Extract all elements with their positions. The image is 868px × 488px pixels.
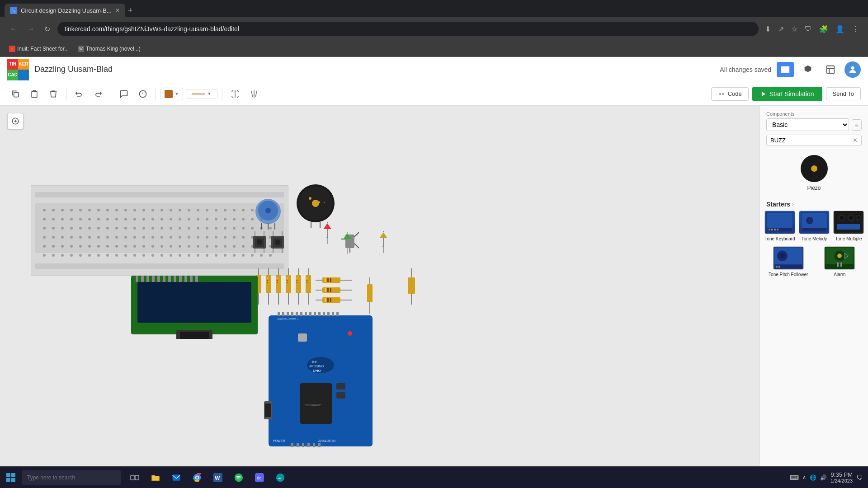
taskbar-search-input[interactable] bbox=[22, 470, 121, 485]
svg-point-102 bbox=[133, 236, 136, 239]
active-tab[interactable]: 🔧 Circuit design Dazzling Uusam-B... ✕ bbox=[5, 4, 125, 17]
refresh-button[interactable]: ↻ bbox=[42, 23, 53, 35]
resistors-group[interactable] bbox=[255, 268, 312, 305]
color-picker-button[interactable]: ▼ bbox=[160, 88, 183, 100]
arduino-uno[interactable]: ⊕⊕ ARDUINO UNO bbox=[264, 311, 377, 457]
breadboard[interactable] bbox=[31, 185, 288, 276]
user-avatar[interactable] bbox=[844, 61, 861, 78]
list-view-button[interactable]: ≡ bbox=[852, 119, 862, 131]
task-view-icon bbox=[130, 473, 139, 482]
app-header: TIN KER CAD Dazzling Uusam-Blad All chan… bbox=[0, 57, 868, 82]
redo-button[interactable] bbox=[90, 87, 106, 101]
bookmark-thomas[interactable]: W Thomas King (novel...) bbox=[74, 44, 144, 53]
start-button[interactable] bbox=[0, 467, 22, 488]
starter-tone-multiple[interactable]: Tone Multiple bbox=[833, 211, 864, 242]
starters-collapse-button[interactable]: › bbox=[792, 201, 794, 207]
canvas[interactable]: + - bbox=[0, 106, 760, 483]
taskbar-icon-spotify[interactable] bbox=[229, 467, 249, 488]
svg-point-144 bbox=[43, 254, 46, 257]
taskbar-icon-mail[interactable] bbox=[166, 467, 186, 488]
send-to-button[interactable]: Send To bbox=[826, 87, 861, 100]
taskbar-icon-word[interactable]: W bbox=[208, 467, 228, 488]
view-table-button[interactable] bbox=[822, 62, 839, 77]
svg-text:-: - bbox=[324, 200, 325, 204]
svg-point-140 bbox=[242, 245, 245, 248]
taskbar-icon-chrome[interactable] bbox=[187, 467, 207, 488]
code-button[interactable]: Code bbox=[711, 87, 749, 101]
starters-grid-bottom: Tone Pitch Follower bbox=[760, 246, 868, 282]
panel-scroll[interactable]: Starters › bbox=[760, 196, 868, 483]
resistors-group-2[interactable] bbox=[316, 277, 352, 304]
starter-tone-pitch-follower[interactable]: Tone Pitch Follower bbox=[764, 246, 812, 277]
svg-rect-242 bbox=[287, 280, 288, 281]
starter-label-tone-melody: Tone Melody bbox=[802, 236, 827, 242]
component-single[interactable] bbox=[407, 268, 416, 306]
view-3d-button[interactable] bbox=[799, 62, 816, 77]
new-tab-button[interactable]: + bbox=[128, 6, 133, 15]
system-clock[interactable]: 9:35 PM 1/24/2023 bbox=[830, 471, 853, 483]
mirror-button[interactable] bbox=[246, 87, 262, 101]
tab-close-button[interactable]: ✕ bbox=[115, 7, 120, 14]
svg-point-160 bbox=[188, 254, 190, 257]
copy-button[interactable] bbox=[7, 87, 24, 101]
led-green-svg bbox=[343, 231, 352, 254]
resistor-svg-3 bbox=[275, 268, 282, 305]
starter-alarm[interactable]: Alarm bbox=[816, 246, 864, 277]
address-bar[interactable] bbox=[57, 22, 759, 36]
pushbutton-1[interactable] bbox=[251, 230, 268, 255]
components-category-select[interactable]: Basic bbox=[766, 118, 849, 131]
project-name[interactable]: Dazzling Uusam-Blad bbox=[34, 65, 113, 74]
download-icon[interactable]: ⬇ bbox=[763, 23, 773, 35]
taskbar-icon-discord[interactable]: dc bbox=[250, 467, 269, 488]
shield-icon[interactable]: 🛡 bbox=[803, 23, 814, 35]
lcd-module[interactable] bbox=[131, 276, 258, 341]
svg-rect-310 bbox=[296, 312, 298, 316]
profile-icon[interactable]: 👤 bbox=[834, 23, 846, 35]
starter-tone-keyboard[interactable]: Tone Keyboard bbox=[764, 211, 795, 242]
starter-tone-melody[interactable]: Tone Melody bbox=[799, 211, 830, 242]
potentiometer[interactable] bbox=[252, 193, 284, 236]
notification-icon[interactable]: 🗨 bbox=[856, 474, 863, 481]
svg-point-84 bbox=[206, 227, 208, 230]
taskbar-icon-arduino[interactable]: ∞ bbox=[270, 467, 290, 488]
led-yellow[interactable] bbox=[379, 230, 388, 255]
delete-button[interactable] bbox=[45, 87, 61, 101]
share-icon[interactable]: ↗ bbox=[776, 23, 786, 35]
note-button[interactable] bbox=[135, 87, 151, 101]
sys-tray-network-icon[interactable]: 🌐 bbox=[810, 474, 816, 481]
svg-rect-284 bbox=[141, 276, 144, 282]
svg-rect-279 bbox=[408, 277, 415, 294]
fit-view-button[interactable] bbox=[7, 113, 24, 129]
view-schematic-button[interactable] bbox=[777, 62, 794, 77]
sys-tray-show-icons[interactable]: ∧ bbox=[802, 474, 806, 480]
search-input[interactable] bbox=[770, 137, 850, 144]
piezo-visual[interactable] bbox=[801, 155, 828, 182]
svg-rect-248 bbox=[297, 280, 297, 281]
comment-button[interactable] bbox=[116, 87, 132, 101]
led-green[interactable] bbox=[343, 231, 352, 256]
pushbutton-2[interactable] bbox=[269, 230, 286, 255]
menu-icon[interactable]: ⋮ bbox=[850, 23, 861, 35]
search-clear-button[interactable]: ✕ bbox=[853, 137, 858, 144]
starter-label-tone-multiple: Tone Multiple bbox=[835, 236, 862, 242]
undo-button[interactable] bbox=[71, 87, 87, 101]
bookmark-icon[interactable]: ☆ bbox=[789, 23, 799, 35]
taskbar-icon-task-view[interactable] bbox=[125, 467, 145, 488]
svg-point-34 bbox=[224, 209, 226, 211]
start-simulation-button[interactable]: Start Simulation bbox=[752, 87, 822, 101]
bookmark-inuit[interactable]: 🍁 Inuit: Fact Sheet for... bbox=[5, 44, 72, 53]
svg-point-114 bbox=[242, 236, 245, 239]
back-button[interactable]: ← bbox=[7, 23, 20, 35]
save-status: All changes saved bbox=[720, 66, 771, 73]
line-style-button[interactable]: ▼ bbox=[186, 89, 217, 99]
led-red[interactable] bbox=[323, 221, 332, 246]
forward-button[interactable]: → bbox=[24, 23, 37, 35]
taskbar-icon-file-explorer[interactable] bbox=[146, 467, 165, 488]
extension-icon[interactable]: 🧩 bbox=[817, 23, 830, 35]
sys-tray-sound-icon[interactable]: 🔊 bbox=[820, 474, 827, 481]
svg-point-61 bbox=[233, 218, 236, 221]
flip-button[interactable] bbox=[227, 87, 243, 101]
resistor-single[interactable] bbox=[366, 277, 373, 315]
paste-button[interactable] bbox=[26, 87, 42, 101]
components-section-label: Components bbox=[766, 111, 862, 117]
